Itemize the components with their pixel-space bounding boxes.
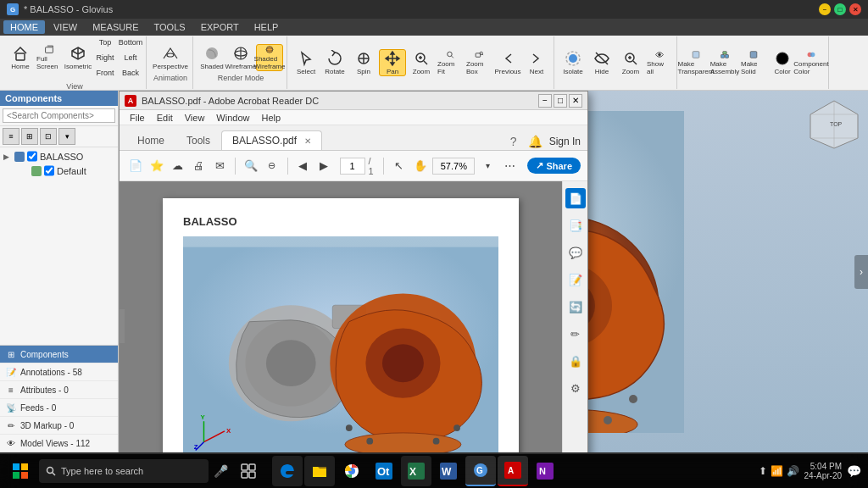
model-views-tab[interactable]: 👁 Model Views - 112 [0, 435, 118, 452]
color-button[interactable]: Color [769, 49, 796, 76]
pdf-cursor-icon[interactable]: ↖ [390, 156, 408, 176]
taskbar-file-explorer-icon[interactable] [304, 456, 335, 486]
pdf-share-button[interactable]: ↗ Share [527, 158, 581, 174]
isometric-button[interactable]: Isometric [64, 44, 92, 71]
pan-button[interactable]: Pan [379, 49, 406, 76]
shaded-wireframe-button[interactable]: Shaded Wireframe [256, 44, 283, 71]
pdf-zoom-in-icon[interactable]: 🔍 [242, 156, 259, 176]
taskbar-search-box[interactable]: Type here to search [39, 459, 209, 483]
bottom-view-button[interactable]: Bottom [119, 36, 142, 49]
root-checkbox[interactable] [27, 151, 37, 162]
pdf-panel-collapse-icon[interactable]: ‹ [120, 309, 125, 343]
make-transparent-button[interactable]: Make Transparent [682, 49, 709, 76]
pdf-menu-window[interactable]: Window [211, 112, 254, 124]
pdf-panel-icon-6[interactable]: ✏ [565, 324, 586, 344]
make-solid-button[interactable]: Make Solid [740, 49, 767, 76]
hide-button[interactable]: Hide [588, 49, 615, 76]
taskbar-onenote-icon[interactable]: N [530, 456, 560, 486]
component-color-button[interactable]: Component Color [798, 49, 825, 76]
expand-all-button[interactable]: ⊞ [21, 128, 38, 145]
taskbar-edge-icon[interactable] [272, 456, 303, 486]
previous-view-button[interactable]: Previous [494, 49, 521, 76]
taskbar-word-icon[interactable]: W [433, 456, 464, 486]
maximize-button[interactable]: □ [834, 3, 846, 15]
pdf-panel-icon-5[interactable]: 🔄 [565, 297, 586, 317]
pdf-help-icon[interactable]: ? [505, 133, 522, 150]
clock[interactable]: 5:04 PM 24-Apr-20 [804, 462, 842, 480]
pdf-page-input[interactable] [340, 158, 365, 175]
taskbar-outlook-icon[interactable]: Ot [369, 456, 399, 486]
close-button[interactable]: ✕ [849, 3, 861, 15]
top-view-button[interactable]: Top [93, 36, 117, 49]
isolate-button[interactable]: Isolate [559, 49, 587, 76]
menu-home[interactable]: HOME [3, 20, 45, 34]
back-view-button[interactable]: Back [119, 66, 142, 80]
pdf-zoom-display[interactable]: 57.7% [432, 158, 475, 175]
pdf-more-options-icon[interactable]: ⋯ [501, 156, 519, 176]
pdf-panel-icon-2[interactable]: 📑 [565, 215, 586, 236]
wireframe-button[interactable]: Wireframe [227, 44, 254, 71]
pdf-panel-icon-4[interactable]: 📝 [565, 269, 586, 290]
pdf-menu-help[interactable]: Help [256, 112, 286, 124]
zoom-button[interactable]: Zoom [408, 49, 435, 76]
markup-3d-tab[interactable]: ✏ 3D Markup - 0 [0, 417, 118, 435]
nav-cube[interactable]: TOP [809, 99, 860, 150]
left-view-button[interactable]: Left [119, 51, 142, 64]
view-list-button[interactable]: ≡ [3, 128, 19, 145]
menu-measure[interactable]: MEASURE [86, 20, 145, 34]
pdf-tab-tools[interactable]: Tools [175, 130, 221, 150]
pdf-restore-button[interactable]: □ [554, 94, 567, 108]
pdf-hand-icon[interactable]: ✋ [411, 156, 429, 176]
pdf-tab-close-icon[interactable]: ✕ [304, 136, 311, 146]
panel-expand-arrow[interactable]: › [854, 255, 868, 289]
rotate-button[interactable]: Rotate [321, 49, 348, 76]
pdf-bookmark-star-icon[interactable]: ⭐ [147, 156, 165, 176]
select-button[interactable]: Select [292, 49, 320, 76]
shaded-button[interactable]: Shaded [198, 44, 225, 71]
show-all-button[interactable]: Show all [646, 49, 673, 76]
tree-root[interactable]: ▶ BALASSO [2, 149, 116, 164]
pdf-notification-icon[interactable]: 🔔 [527, 133, 544, 150]
task-view-button[interactable] [233, 456, 264, 486]
tray-icon-2[interactable]: 📶 [771, 465, 783, 477]
menu-view[interactable]: VIEW [47, 20, 84, 34]
pdf-prev-page-icon[interactable]: ◀ [293, 156, 311, 176]
pdf-next-page-icon[interactable]: ▶ [315, 156, 333, 176]
taskbar-mic-icon[interactable]: 🎤 [210, 464, 231, 478]
pdf-zoom-out-icon[interactable]: ⊖ [263, 156, 281, 176]
view-tree-button[interactable]: ⊡ [40, 128, 57, 145]
tray-icon-3[interactable]: 🔊 [787, 465, 799, 477]
menu-help[interactable]: HELP [248, 20, 286, 34]
pdf-menu-view[interactable]: View [180, 112, 210, 124]
spin-button[interactable]: Spin [350, 49, 377, 76]
taskbar-excel-icon[interactable]: X [401, 456, 431, 486]
pdf-close-button[interactable]: ✕ [569, 94, 582, 108]
menu-export[interactable]: EXPORT [194, 20, 246, 34]
component-search[interactable] [3, 108, 115, 123]
filter-button[interactable]: ▾ [58, 128, 75, 145]
make-assembly-button[interactable]: Make Assembly [711, 49, 738, 76]
pdf-panel-icon-1[interactable]: 📄 [565, 188, 586, 208]
viewport-3d[interactable]: X Y Z TOP › [119, 91, 868, 452]
tray-icon-1[interactable]: ⬆ [759, 465, 767, 477]
pdf-page-area[interactable]: BALASSO [120, 181, 562, 452]
notification-button[interactable]: 💬 [847, 464, 861, 478]
pdf-bookmark-icon[interactable]: 📄 [126, 156, 144, 176]
zoom-all-button[interactable]: Zoom [617, 49, 644, 76]
pdf-menu-edit[interactable]: Edit [152, 112, 178, 124]
pdf-print-icon[interactable]: 🖨 [190, 156, 208, 176]
pdf-menu-file[interactable]: File [125, 112, 150, 124]
attributes-tab[interactable]: ≡ Attributes - 0 [0, 381, 118, 399]
zoom-box-button[interactable]: Zoom Box [465, 49, 492, 76]
pdf-signin-button[interactable]: Sign In [549, 136, 581, 147]
fullscreen-button[interactable]: Full Screen [36, 44, 63, 71]
pdf-panel-icon-8[interactable]: ⚙ [565, 378, 586, 398]
taskbar-acrobat-icon[interactable]: A [498, 456, 528, 486]
taskbar-chrome-icon[interactable] [337, 456, 367, 486]
start-button[interactable] [3, 456, 37, 486]
pdf-tab-home[interactable]: Home [126, 130, 175, 150]
minimize-button[interactable]: − [819, 3, 831, 15]
right-view-button[interactable]: Right [93, 51, 117, 64]
child-checkbox[interactable] [44, 165, 54, 176]
pdf-cloud-icon[interactable]: ☁ [169, 156, 186, 176]
